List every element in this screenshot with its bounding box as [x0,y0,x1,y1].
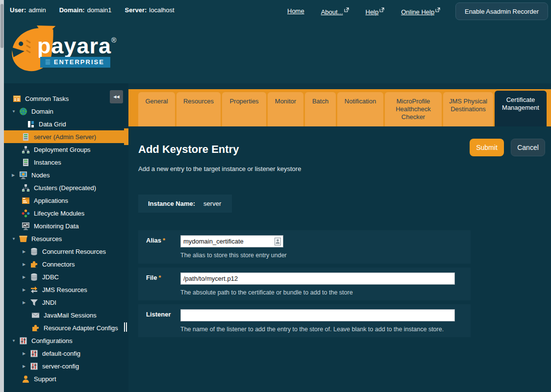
caret-down-icon[interactable]: ▼ [12,109,19,114]
sidebar-item-instances[interactable]: Instances [4,156,128,169]
tab-properties[interactable]: Properties [222,92,266,126]
caret-right-icon[interactable]: ▶ [23,300,30,305]
listener-field-row: ListenerThe name of the listener to add … [138,304,471,337]
window-scrollbar[interactable] [0,0,4,392]
sidebar-item-label: Clusters (Deprecated) [34,184,96,192]
link-label: Help [366,8,379,16]
tab-monitor[interactable]: Monitor [268,92,303,126]
tab-microprofile-healthcheck-checker[interactable]: MicroProfile Healthcheck Checker [385,92,442,126]
cancel-button[interactable]: Cancel [511,139,545,156]
sidebar-item-jdbc[interactable]: ▶JDBC [4,270,128,283]
sidebar-item-lifecycle-modules[interactable]: Lifecycle Modules [4,207,128,220]
support-icon [22,375,30,383]
sidebar-item-label: Support [34,375,56,383]
globe-icon [19,107,27,116]
alias-field-row: Alias*The alias to store this store entr… [138,230,471,264]
sidebar-item-jndi[interactable]: ▶JNDI [4,296,128,309]
tab-label: Monitor [275,98,296,105]
sidebar-item-domain[interactable]: ▼Domain [4,105,128,118]
sidebar-item-resources[interactable]: ▼Resources [4,232,128,245]
alias-input[interactable] [181,236,275,246]
sidebar-item-jms-resources[interactable]: ▶JMS Resources [4,283,128,296]
file-field-row: File*The absolute path to the certificat… [138,268,471,300]
caret-right-icon[interactable]: ▶ [12,173,19,177]
tab-label: Resources [183,98,214,105]
tab-label: Notification [345,98,376,105]
link-online-help[interactable]: Online Help [401,7,440,16]
enable-asadmin-recorder-button[interactable]: Enable Asadmin Recorder [455,2,548,20]
link-help[interactable]: Help [366,7,385,16]
sidebar-item-monitoring-data[interactable]: Monitoring Data [4,220,128,232]
cluster-icon [22,146,30,154]
sidebar-item-connectors[interactable]: ▶Connectors [4,258,128,270]
sidebar-nav: Common Tasks▼DomainData Gridserver (Admi… [4,92,128,385]
caret-right-icon[interactable]: ▶ [23,288,30,292]
sidebar-item-deployment-groups[interactable]: Deployment Groups [4,143,128,156]
tab-label: Certificate Management [502,96,539,111]
sidebar-resize-handle[interactable] [124,322,127,332]
file-input[interactable] [181,273,454,284]
tab-certificate-management[interactable]: Certificate Management [495,91,547,126]
link-home[interactable]: Home [287,7,304,15]
sidebar-item-label: JMS Resources [42,286,87,294]
sidebar-item-nodes[interactable]: ▶Nodes [4,169,128,181]
external-link-icon [378,8,384,16]
tab-jms-physical-destinations[interactable]: JMS Physical Destinations [443,92,493,126]
alias-label: Alias* [146,237,165,244]
sidebar-item-default-config[interactable]: ▶default-config [4,347,128,360]
tab-bar: GeneralResourcesPropertiesMonitorBatchNo… [128,89,551,126]
sidebar-item-server-admin-server[interactable]: server (Admin Server) [4,130,128,143]
tab-general[interactable]: General [138,92,175,126]
sidebar-item-data-grid[interactable]: Data Grid [4,118,128,130]
sidebar-item-label: Domain [31,108,53,115]
caret-right-icon[interactable]: ▶ [23,249,30,254]
header-links: HomeAbout...HelpOnline Help [287,7,440,16]
submit-button[interactable]: Submit [470,139,504,156]
listener-help-text: The name of the listener to add the entr… [180,326,444,333]
sidebar-item-configurations[interactable]: ▼Configurations [4,334,128,347]
sidebar-item-label: Resources [31,235,62,243]
caret-right-icon[interactable]: ▶ [23,262,30,267]
caret-right-icon[interactable]: ▶ [23,351,30,356]
instance-name-label: Instance Name: [148,200,195,207]
sidebar-item-applications[interactable]: Applications [4,194,128,207]
caret-right-icon[interactable]: ▶ [23,275,30,279]
tab-label: MicroProfile Healthcheck Checker [396,98,431,121]
tab-label: JMS Physical Destinations [449,98,487,113]
caret-down-icon[interactable]: ▼ [12,237,19,241]
server-icon [22,158,30,167]
autofill-icon[interactable] [275,238,283,245]
sidebar-item-resource-adapter-configs[interactable]: Resource Adapter Configs [4,321,128,334]
external-link-icon [343,8,349,16]
sidebar-item-server-config[interactable]: ▶server-config [4,360,128,372]
sidebar-item-label: Nodes [31,172,50,179]
sidebar-item-label: Data Grid [39,121,66,128]
tab-batch[interactable]: Batch [305,92,336,126]
sidebar-item-label: Resource Adapter Configs [44,324,118,332]
file-input-box [180,272,455,285]
scrollbar-thumb[interactable] [0,4,3,48]
sidebar-item-label: server-config [42,363,79,370]
sidebar-collapse-button[interactable]: ◀◀ [110,90,123,103]
listener-input[interactable] [181,310,454,320]
server-icon [22,133,30,141]
sidebar-item-concurrent-resources[interactable]: ▶Concurrent Resources [4,245,128,258]
sidebar-item-clusters-deprecated[interactable]: Clusters (Deprecated) [4,181,128,194]
sidebar-item-label: server (Admin Server) [34,133,96,141]
link-about[interactable]: About... [321,7,349,16]
config-icon [30,349,38,358]
sidebar-item-label: Instances [34,159,61,166]
caret-right-icon[interactable]: ▶ [23,364,30,368]
config-icon [30,362,38,370]
sidebar-item-support[interactable]: Support [4,372,128,385]
required-asterisk: * [163,237,165,244]
caret-down-icon[interactable]: ▼ [12,339,19,343]
tab-label: Batch [312,98,328,105]
sidebar-item-javamail-sessions[interactable]: JavaMail Sessions [4,309,128,321]
alias-input-box [180,235,283,247]
tab-resources[interactable]: Resources [176,92,221,126]
session-info: User:admin Domain:domain1 Server:localho… [10,6,175,14]
listener-input-box [180,309,455,321]
sidebar-item-label: JNDI [42,299,56,306]
tab-notification[interactable]: Notification [337,92,383,126]
